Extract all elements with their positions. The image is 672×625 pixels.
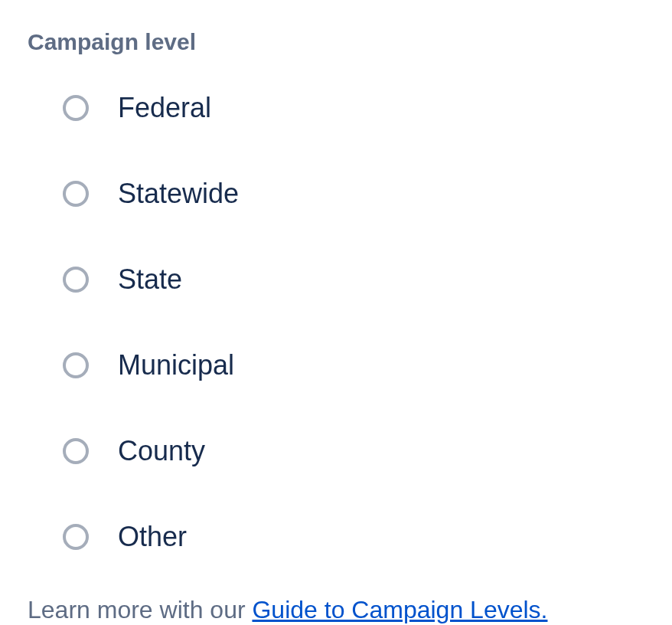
radio-icon xyxy=(63,95,89,121)
radio-option-county[interactable]: County xyxy=(63,435,644,467)
radio-label: Federal xyxy=(118,92,211,124)
campaign-level-radio-group: Federal Statewide State Municipal County… xyxy=(63,92,644,553)
radio-option-state[interactable]: State xyxy=(63,263,644,296)
radio-label: State xyxy=(118,263,182,296)
radio-option-federal[interactable]: Federal xyxy=(63,92,644,124)
radio-icon xyxy=(63,267,89,293)
radio-option-statewide[interactable]: Statewide xyxy=(63,178,644,210)
radio-option-other[interactable]: Other xyxy=(63,521,644,553)
radio-label: Other xyxy=(118,521,187,553)
radio-label: Statewide xyxy=(118,178,239,210)
radio-icon xyxy=(63,181,89,207)
guide-link[interactable]: Guide to Campaign Levels. xyxy=(252,596,547,623)
radio-icon xyxy=(63,438,89,464)
help-text: Learn more with our Guide to Campaign Le… xyxy=(28,596,644,624)
radio-option-municipal[interactable]: Municipal xyxy=(63,349,644,381)
radio-label: County xyxy=(118,435,205,467)
campaign-level-title: Campaign level xyxy=(28,29,644,55)
radio-icon xyxy=(63,524,89,550)
help-prefix: Learn more with our xyxy=(28,596,252,623)
radio-icon xyxy=(63,352,89,378)
radio-label: Municipal xyxy=(118,349,234,381)
